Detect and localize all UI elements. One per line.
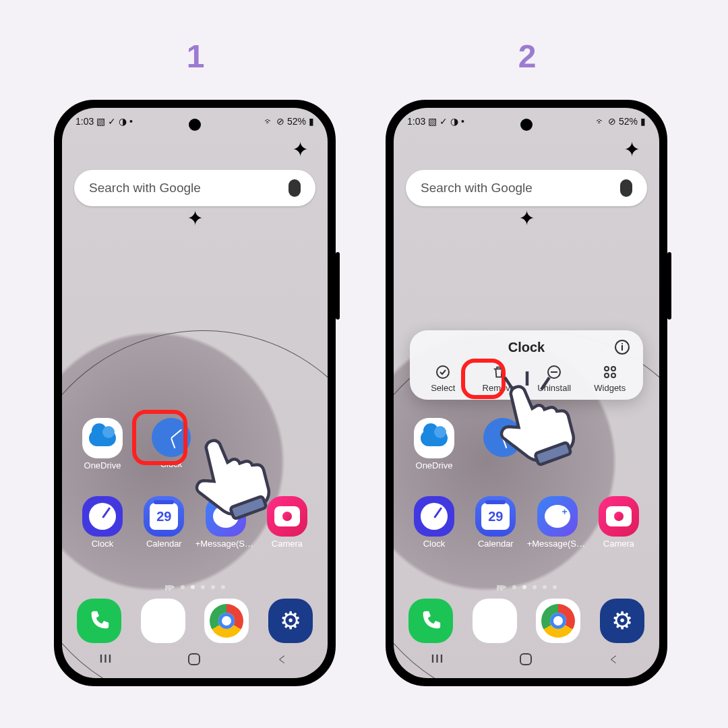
step-label-2: 2 xyxy=(386,38,669,75)
app-label: +Message(SM... xyxy=(527,539,588,549)
samsung-clock-icon xyxy=(414,496,454,537)
popup-widgets[interactable]: Widgets xyxy=(586,363,634,393)
samsung-clock-icon xyxy=(82,496,123,537)
search-placeholder: Search with Google xyxy=(89,181,201,195)
no-sim-icon: ⊘ xyxy=(608,116,616,127)
status-time: 1:03 xyxy=(407,116,425,127)
calendar-icon: 29 xyxy=(475,496,516,537)
app-label: OneDrive xyxy=(84,460,121,471)
app-samsung-clock[interactable]: Clock xyxy=(406,496,462,549)
dock-apps[interactable] xyxy=(141,599,185,643)
svg-point-5 xyxy=(605,373,609,377)
nav-home[interactable] xyxy=(520,653,532,665)
app-calendar[interactable]: 29 Calendar xyxy=(467,496,524,549)
page-indicator[interactable] xyxy=(62,585,328,589)
search-placeholder: Search with Google xyxy=(421,181,533,195)
dock: ⚙ xyxy=(77,599,313,643)
select-icon xyxy=(434,363,452,381)
app-samsung-clock[interactable]: Clock xyxy=(74,496,131,549)
power-button[interactable] xyxy=(336,252,340,320)
mic-icon[interactable] xyxy=(289,179,301,197)
message-icon xyxy=(537,496,578,537)
svg-line-7 xyxy=(505,377,513,390)
sparkle-icon: ✦ xyxy=(292,138,309,161)
wifi-icon: ᯤ xyxy=(264,116,274,127)
popup-label: Select xyxy=(431,383,455,393)
popup-select[interactable]: Select xyxy=(419,363,466,393)
phone-step-1: 1:03 ▧ ✓ ◑ • ᯤ ⊘ 52% ▮ ✦ ✦ Search with G… xyxy=(54,100,336,686)
no-sim-icon: ⊘ xyxy=(276,116,284,127)
svg-line-9 xyxy=(541,377,549,390)
sparkle-icon: ✦ xyxy=(187,206,204,230)
info-icon[interactable]: i xyxy=(615,340,630,355)
nav-back[interactable]: ﹤ xyxy=(607,649,621,669)
camera-icon xyxy=(599,496,639,537)
google-search-bar[interactable]: Search with Google xyxy=(406,170,647,206)
status-icons-left: ▧ ✓ ◑ • xyxy=(96,116,133,127)
svg-point-6 xyxy=(611,373,615,377)
nav-recents[interactable]: III xyxy=(100,653,113,665)
app-label: Camera xyxy=(272,539,303,549)
dock: ⚙ xyxy=(408,599,644,643)
app-onedrive[interactable]: OneDrive xyxy=(74,418,131,471)
status-bar: 1:03 ▧ ✓ ◑ • ᯤ ⊘ 52% ▮ xyxy=(394,108,659,135)
wifi-icon: ᯤ xyxy=(596,116,605,127)
app-onedrive[interactable]: OneDrive xyxy=(406,418,462,471)
app-label: Calendar xyxy=(478,539,514,549)
nav-bar: III ﹤ xyxy=(62,647,328,671)
app-label: Calendar xyxy=(146,539,182,549)
status-icons-left: ▧ ✓ ◑ • xyxy=(428,116,464,127)
sparkle-icon: ✦ xyxy=(624,138,640,161)
svg-point-3 xyxy=(605,367,609,371)
app-label: Camera xyxy=(603,539,634,549)
dock-chrome[interactable] xyxy=(536,599,580,643)
svg-point-4 xyxy=(611,367,615,371)
dock-phone[interactable] xyxy=(77,599,121,643)
nav-back[interactable]: ﹤ xyxy=(275,649,290,669)
dock-settings[interactable]: ⚙ xyxy=(268,599,313,643)
status-bar: 1:03 ▧ ✓ ◑ • ᯤ ⊘ 52% ▮ xyxy=(62,108,328,135)
step-label-1: 1 xyxy=(54,38,337,75)
nav-home[interactable] xyxy=(188,653,200,665)
home-screen[interactable]: 1:03 ▧ ✓ ◑ • ᯤ ⊘ 52% ▮ ✦ ✦ Search with G… xyxy=(62,108,328,678)
app-label: Clock xyxy=(92,539,114,549)
onedrive-icon xyxy=(82,418,123,458)
battery-icon: ▮ xyxy=(309,116,314,127)
app-label: Clock xyxy=(423,539,446,549)
onedrive-icon xyxy=(414,418,454,458)
nav-bar: III ﹤ xyxy=(394,647,659,671)
nav-recents[interactable]: III xyxy=(431,653,444,665)
mic-icon[interactable] xyxy=(620,179,632,197)
status-time: 1:03 xyxy=(75,116,94,127)
battery-icon: ▮ xyxy=(640,116,646,127)
power-button[interactable] xyxy=(667,252,671,320)
app-camera[interactable]: Camera xyxy=(590,496,647,549)
popup-label: Widgets xyxy=(594,383,626,393)
tap-hand-icon xyxy=(483,369,584,471)
dock-chrome[interactable] xyxy=(204,599,249,643)
app-message[interactable]: +Message(SM... xyxy=(529,496,586,549)
svg-point-1 xyxy=(437,366,449,378)
page-indicator[interactable] xyxy=(394,585,659,589)
battery-text: 52% xyxy=(287,116,306,127)
popup-title: Clock xyxy=(508,340,545,355)
dock-phone[interactable] xyxy=(408,599,453,643)
google-search-bar[interactable]: Search with Google xyxy=(74,170,315,206)
widgets-icon xyxy=(601,363,619,381)
app-label: OneDrive xyxy=(416,460,453,471)
battery-text: 52% xyxy=(619,116,638,127)
app-label: +Message(SM... xyxy=(195,539,256,549)
tap-hand-icon xyxy=(178,423,279,524)
sparkle-icon: ✦ xyxy=(518,206,535,230)
dock-settings[interactable]: ⚙ xyxy=(600,599,644,643)
dock-apps[interactable] xyxy=(473,599,517,643)
